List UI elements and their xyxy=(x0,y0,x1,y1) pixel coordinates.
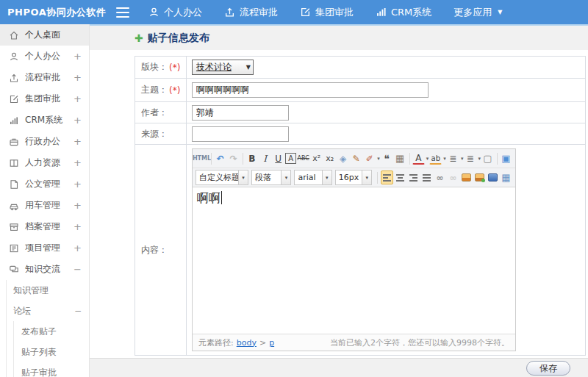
nav-personal-office[interactable]: 个人办公 xyxy=(148,6,202,19)
collapse-minus-icon[interactable]: − xyxy=(74,264,82,275)
sidebar-item-crm[interactable]: CRM系统 + xyxy=(0,109,89,131)
sidebar-item-knowledge-exchange[interactable]: 知识交流 − xyxy=(0,259,89,280)
strikethrough-button[interactable]: ABC xyxy=(297,151,309,165)
nav-crm-system[interactable]: CRM系统 xyxy=(376,6,431,19)
sidebar-item-label: 贴子列表 xyxy=(21,346,57,359)
expand-plus-icon[interactable]: + xyxy=(74,115,82,126)
align-justify-button[interactable] xyxy=(420,170,433,184)
new-page-button[interactable]: ▢ xyxy=(481,151,494,165)
chevron-down-icon: ▾ xyxy=(281,170,290,184)
font-color-button[interactable]: A xyxy=(412,153,425,165)
sidebar-item-forum[interactable]: 论坛 − xyxy=(7,301,89,321)
project-board-icon xyxy=(9,243,25,254)
fill-color-button[interactable]: ✐ xyxy=(363,151,376,165)
expand-plus-icon[interactable]: + xyxy=(74,136,82,147)
expand-plus-icon[interactable]: + xyxy=(74,51,82,62)
expand-plus-icon[interactable]: + xyxy=(74,243,82,254)
path-separator: > xyxy=(259,338,266,348)
insert-table-button[interactable]: ▦ xyxy=(500,170,512,184)
eraser-button[interactable]: ◈ xyxy=(337,151,349,165)
source-input[interactable] xyxy=(192,126,289,142)
rich-text-editor: HTML ↶ ↷ B I U A ABC x² x₂ ◈ xyxy=(192,148,516,351)
car-icon xyxy=(9,201,25,211)
sidebar-item-label: 知识管理 xyxy=(13,284,82,297)
bold-button[interactable]: B xyxy=(245,151,258,165)
clipboard-button[interactable]: ▦ xyxy=(394,151,406,165)
board-select[interactable]: 技术讨论 ▼ xyxy=(192,60,254,75)
sidebar-item-post-create[interactable]: 发布贴子 xyxy=(14,321,89,342)
element-path: 元素路径: body > p xyxy=(198,337,330,348)
chevron-down-icon[interactable]: ▾ xyxy=(478,156,481,162)
superscript-button[interactable]: x² xyxy=(310,151,323,165)
underline-button[interactable]: U xyxy=(272,151,284,165)
nav-more-apps[interactable]: 更多应用 ▼ xyxy=(453,6,502,19)
path-body-link[interactable]: body xyxy=(237,338,257,348)
heading-select[interactable]: 自定义标题 ▾ xyxy=(196,170,248,185)
sidebar-item-documents[interactable]: 公文管理 + xyxy=(0,173,89,195)
chevron-down-icon[interactable]: ▾ xyxy=(377,156,380,162)
expand-plus-icon[interactable]: + xyxy=(74,200,82,211)
sidebar-item-knowledge-mgmt[interactable]: 知识管理 xyxy=(7,280,89,301)
upload-flow-icon xyxy=(224,7,235,18)
source-code-button[interactable]: HTML xyxy=(196,151,208,165)
align-right-button[interactable] xyxy=(407,170,420,184)
undo-button[interactable]: ↶ xyxy=(214,151,226,165)
align-left-button[interactable] xyxy=(381,170,393,184)
board-select-value: 技术讨论 xyxy=(196,61,246,73)
align-center-button[interactable] xyxy=(394,170,406,184)
nav-group-approval[interactable]: 集团审批 xyxy=(300,6,354,19)
sidebar-item-archives[interactable]: 档案管理 + xyxy=(0,216,89,237)
chevron-down-icon[interactable]: ▾ xyxy=(426,156,429,162)
sidebar-item-post-list[interactable]: 贴子列表 xyxy=(14,342,89,362)
label-text: 主题： xyxy=(141,84,168,96)
italic-button[interactable]: I xyxy=(259,151,271,165)
highlight-color-button[interactable]: ab xyxy=(429,153,442,165)
fullscreen-button[interactable]: ▣ xyxy=(500,151,512,165)
paragraph-select[interactable]: 段落 ▾ xyxy=(251,170,291,185)
subject-input[interactable] xyxy=(192,82,429,98)
media-icon xyxy=(488,173,498,182)
ordered-list-button[interactable]: ≣ xyxy=(447,151,459,165)
expand-plus-icon[interactable]: + xyxy=(74,221,82,232)
insert-media-button[interactable] xyxy=(487,170,499,184)
format-brush-button[interactable]: ✎ xyxy=(350,151,362,165)
sidebar-item-desktop[interactable]: 个人桌面 xyxy=(0,24,89,46)
font-size-select[interactable]: 16px ▾ xyxy=(335,170,373,185)
editor-content-area[interactable]: 啊啊 xyxy=(193,187,515,334)
path-p-link[interactable]: p xyxy=(269,338,274,348)
sidebar-item-projects[interactable]: 项目管理 + xyxy=(0,237,89,259)
chevron-down-icon[interactable]: ▾ xyxy=(461,156,464,162)
insert-link-button[interactable]: ∞ xyxy=(434,170,446,184)
unordered-list-button[interactable]: ≣ xyxy=(464,151,476,165)
expand-plus-icon[interactable]: + xyxy=(74,93,82,104)
nav-workflow-approval[interactable]: 流程审批 xyxy=(224,6,278,19)
hamburger-menu-icon[interactable] xyxy=(116,7,129,18)
chevron-down-icon: ▾ xyxy=(322,170,331,184)
sidebar-item-hr[interactable]: 人力资源 + xyxy=(0,152,89,173)
upload-image-button[interactable] xyxy=(473,170,486,184)
toolbar-divider xyxy=(377,172,378,184)
sidebar-item-admin-office[interactable]: 行政办公 + xyxy=(0,131,89,152)
insert-image-button[interactable] xyxy=(460,170,473,184)
sidebar-item-post-approval[interactable]: 贴子审批 xyxy=(14,362,89,377)
sidebar-item-personal-office[interactable]: 个人办公 + xyxy=(0,46,89,67)
expand-plus-icon[interactable]: + xyxy=(74,72,82,83)
sidebar-item-workflow-approval[interactable]: 流程审批 + xyxy=(0,67,89,88)
label-text: 版块： xyxy=(141,61,168,73)
save-button[interactable]: 保存 xyxy=(526,361,570,376)
chevron-down-icon[interactable]: ▾ xyxy=(443,156,446,162)
blockquote-button[interactable]: ❝ xyxy=(381,151,393,165)
subscript-button[interactable]: x₂ xyxy=(323,151,336,165)
paragraph-select-value: 段落 xyxy=(252,172,281,183)
sidebar-item-vehicles[interactable]: 用车管理 + xyxy=(0,195,89,216)
font-family-select[interactable]: arial ▾ xyxy=(294,170,331,185)
sidebar-item-label: 集团审批 xyxy=(25,93,74,105)
collapse-minus-icon[interactable]: − xyxy=(74,306,82,316)
expand-plus-icon[interactable]: + xyxy=(74,179,82,190)
font-style-button[interactable]: A xyxy=(285,153,296,164)
author-input[interactable] xyxy=(192,105,289,121)
sidebar-item-group-approval[interactable]: 集团审批 + xyxy=(0,88,89,109)
redo-button[interactable]: ↷ xyxy=(227,151,240,165)
remove-link-button[interactable]: ∞ xyxy=(447,170,459,184)
expand-plus-icon[interactable]: + xyxy=(74,157,82,168)
